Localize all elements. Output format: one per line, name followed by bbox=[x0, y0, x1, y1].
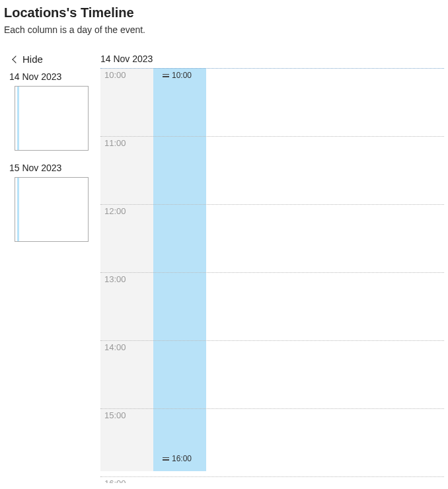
hour-label: 12:00 bbox=[104, 206, 126, 216]
event-start-time: 10:00 bbox=[172, 71, 192, 80]
hour-label: 10:00 bbox=[104, 70, 126, 80]
timeline-grid: 10:00 16:00 10:0011:0012:0013:0014:0015:… bbox=[100, 68, 444, 478]
thumb-event-bar bbox=[17, 87, 19, 150]
event-start-handle[interactable]: 10:00 bbox=[163, 71, 192, 80]
page-title: Locations's Timeline bbox=[4, 5, 444, 20]
timeline-event[interactable]: 10:00 16:00 bbox=[153, 68, 206, 471]
thumb-date: 14 Nov 2023 bbox=[4, 71, 90, 82]
hour-row: 14:00 bbox=[100, 340, 444, 341]
hour-label: 14:00 bbox=[104, 342, 126, 352]
drag-handle-icon bbox=[163, 74, 169, 77]
thumb-event-bar bbox=[17, 178, 19, 241]
hour-row: 10:00 bbox=[100, 68, 444, 69]
thumb-preview[interactable] bbox=[15, 177, 89, 242]
chevron-left-icon bbox=[12, 56, 19, 63]
hide-label: Hide bbox=[22, 54, 43, 65]
page-subtitle: Each column is a day of the event. bbox=[4, 24, 444, 35]
hour-row: 12:00 bbox=[100, 204, 444, 205]
hour-label: 15:00 bbox=[104, 410, 126, 420]
drag-handle-icon bbox=[163, 457, 169, 461]
hour-label: 13:00 bbox=[104, 274, 126, 284]
event-end-handle[interactable]: 16:00 bbox=[163, 454, 192, 463]
hour-row: 16:00 bbox=[100, 476, 444, 477]
thumb-date: 15 Nov 2023 bbox=[4, 163, 90, 173]
hour-label: 16:00 bbox=[104, 478, 126, 483]
hide-toggle[interactable]: Hide bbox=[4, 54, 90, 65]
thumb-group-0: 14 Nov 2023 bbox=[4, 71, 90, 151]
hour-row: 11:00 bbox=[100, 136, 444, 137]
hour-row: 13:00 bbox=[100, 272, 444, 273]
thumb-group-1: 15 Nov 2023 bbox=[4, 163, 90, 242]
hour-row: 15:00 bbox=[100, 408, 444, 409]
thumb-preview[interactable] bbox=[15, 86, 89, 151]
timeline-sidebar: Hide 14 Nov 2023 15 Nov 2023 bbox=[4, 54, 90, 478]
timeline-date-header: 14 Nov 2023 bbox=[100, 54, 444, 64]
timeline-main: 14 Nov 2023 10:00 16:00 10:0011:0012:001… bbox=[100, 54, 444, 478]
event-end-time: 16:00 bbox=[172, 454, 192, 463]
hour-label: 11:00 bbox=[104, 138, 126, 148]
